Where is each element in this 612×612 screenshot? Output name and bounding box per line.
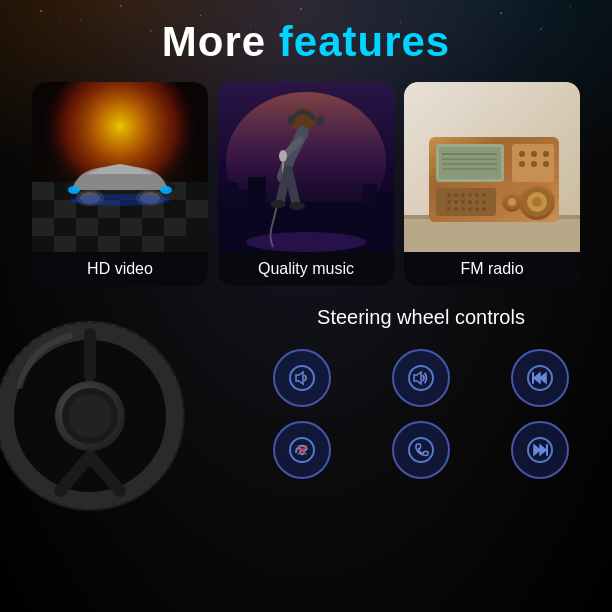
skip-forward-button[interactable]: [511, 421, 569, 479]
svg-point-56: [519, 151, 525, 157]
svg-point-66: [468, 193, 472, 197]
city-lights: [0, 0, 612, 70]
svg-rect-29: [223, 182, 238, 207]
svg-point-75: [447, 207, 451, 211]
svg-rect-32: [363, 184, 377, 207]
svg-point-65: [461, 193, 465, 197]
svg-point-64: [454, 193, 458, 197]
svg-rect-50: [439, 147, 501, 179]
steering-title: Steering wheel controls: [240, 306, 602, 329]
bottom-section: Steering wheel controls: [0, 306, 612, 506]
skip-back-icon: [526, 364, 554, 392]
svg-point-37: [279, 150, 287, 162]
svg-point-61: [543, 161, 549, 167]
end-call-button[interactable]: [273, 421, 331, 479]
svg-rect-35: [288, 116, 295, 125]
volume-up-icon: [407, 364, 435, 392]
svg-rect-10: [186, 200, 208, 218]
svg-rect-33: [376, 192, 394, 207]
svg-point-20: [160, 186, 172, 194]
svg-point-57: [531, 151, 537, 157]
svg-point-74: [482, 200, 486, 204]
svg-rect-12: [76, 218, 98, 236]
svg-rect-36: [317, 116, 324, 125]
svg-point-60: [531, 161, 537, 167]
skip-back-button[interactable]: [511, 349, 569, 407]
svg-rect-16: [98, 236, 120, 252]
svg-point-84: [532, 197, 542, 207]
vol-up-button[interactable]: [392, 349, 450, 407]
svg-marker-110: [534, 445, 540, 455]
card-hd-video: HD video: [32, 82, 208, 286]
svg-point-80: [482, 207, 486, 211]
svg-marker-111: [540, 445, 546, 455]
svg-point-97: [68, 394, 112, 438]
svg-rect-13: [120, 218, 142, 236]
svg-point-77: [461, 207, 465, 211]
svg-point-40: [289, 202, 305, 210]
svg-rect-14: [164, 218, 186, 236]
svg-point-41: [246, 232, 366, 252]
svg-point-78: [468, 207, 472, 211]
svg-point-108: [409, 438, 433, 462]
svg-point-98: [290, 366, 314, 390]
main-container: More features: [0, 0, 612, 612]
svg-point-72: [468, 200, 472, 204]
vol-down-button[interactable]: [273, 349, 331, 407]
svg-point-73: [475, 200, 479, 204]
svg-point-67: [475, 193, 479, 197]
svg-point-87: [508, 198, 516, 206]
controls-grid: [240, 349, 602, 479]
card-label-hd-video: HD video: [32, 252, 208, 286]
controls-area: Steering wheel controls: [230, 306, 602, 479]
svg-marker-103: [540, 373, 546, 383]
phone-end-icon: [288, 436, 316, 464]
steering-wheel-area: [10, 306, 230, 506]
card-image-music: [218, 82, 394, 252]
steering-wheel: [0, 316, 190, 516]
svg-point-76: [454, 207, 458, 211]
svg-point-19: [68, 186, 80, 194]
svg-point-25: [70, 194, 170, 206]
svg-point-39: [270, 200, 286, 208]
svg-rect-3: [32, 182, 54, 200]
svg-rect-31: [248, 177, 266, 207]
svg-point-71: [461, 200, 465, 204]
svg-point-63: [447, 193, 451, 197]
svg-point-68: [482, 193, 486, 197]
card-label-quality-music: Quality music: [218, 252, 394, 286]
svg-point-70: [454, 200, 458, 204]
svg-rect-43: [404, 217, 580, 252]
skip-forward-icon: [526, 436, 554, 464]
svg-point-69: [447, 200, 451, 204]
svg-rect-62: [436, 188, 496, 216]
svg-rect-11: [32, 218, 54, 236]
card-label-fm-radio: FM radio: [404, 252, 580, 286]
volume-down-icon: [288, 364, 316, 392]
card-image-radio: [404, 82, 580, 252]
feature-cards-row: HD video: [0, 82, 612, 286]
svg-point-79: [475, 207, 479, 211]
svg-rect-15: [54, 236, 76, 252]
card-image-racing: [32, 82, 208, 252]
svg-rect-17: [142, 236, 164, 252]
svg-point-58: [543, 151, 549, 157]
phone-call-icon: [407, 436, 435, 464]
answer-call-button[interactable]: [392, 421, 450, 479]
svg-rect-7: [54, 200, 76, 218]
svg-point-59: [519, 161, 525, 167]
card-quality-music: Quality music: [218, 82, 394, 286]
card-fm-radio: FM radio: [404, 82, 580, 286]
